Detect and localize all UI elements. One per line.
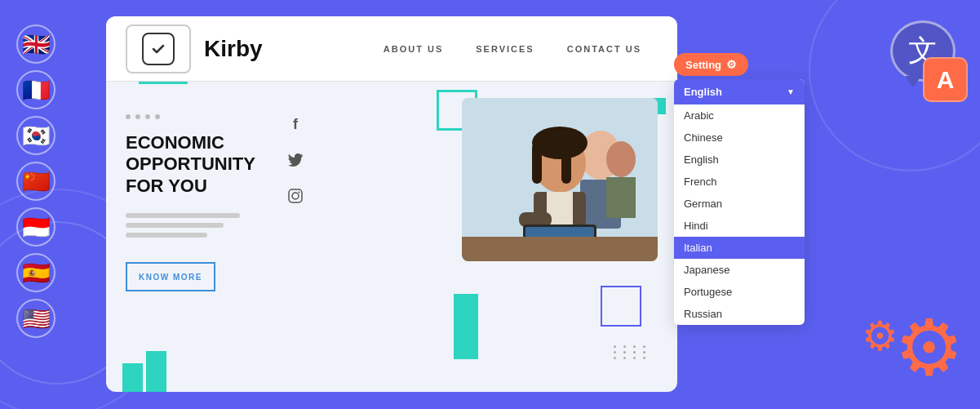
big-gear-icon: ⚙ xyxy=(894,303,964,393)
language-dropdown[interactable]: English ▼ Arabic Chinese English French … xyxy=(674,79,805,325)
twitter-icon[interactable] xyxy=(286,150,305,170)
setting-button[interactable]: Setting ⚙ xyxy=(674,53,748,76)
flag-china[interactable]: 🇨🇳 xyxy=(16,162,55,201)
flag-france[interactable]: 🇫🇷 xyxy=(16,70,55,109)
dot-1 xyxy=(126,114,131,119)
logo-icon xyxy=(142,33,175,65)
svg-point-15 xyxy=(606,141,636,177)
setting-dropdown[interactable]: Setting ⚙ English ▼ Arabic Chinese Engli… xyxy=(674,53,805,325)
selected-language[interactable]: English ▼ xyxy=(674,79,805,104)
svg-point-1 xyxy=(292,193,299,199)
svg-point-2 xyxy=(299,192,300,193)
gears-container: ⚙ xyxy=(894,303,964,393)
dot-4 xyxy=(155,114,160,119)
small-gear-icon: ⚙ xyxy=(862,313,898,360)
svg-rect-0 xyxy=(289,189,302,202)
lang-hindi[interactable]: Hindi xyxy=(674,215,805,237)
dot-3 xyxy=(145,114,150,119)
website-mockup: Kirby About Us Services Contact Us ECONO… xyxy=(106,16,677,392)
deco-bars xyxy=(106,351,677,392)
teal-line-top xyxy=(139,82,188,84)
setting-gear-icon: ⚙ xyxy=(726,58,737,71)
text-line-2 xyxy=(126,223,224,228)
selected-language-label: English xyxy=(684,86,722,98)
bubble-tail xyxy=(905,76,921,87)
lang-russian[interactable]: Russian xyxy=(674,303,805,325)
text-line-1 xyxy=(126,213,240,218)
lang-italian[interactable]: Italian xyxy=(674,237,805,259)
lang-french[interactable]: French xyxy=(674,171,805,193)
svg-rect-8 xyxy=(532,143,542,184)
flags-column: 🇬🇧 🇫🇷 🇰🇷 🇨🇳 🇮🇩 🇪🇸 🇺🇸 xyxy=(16,24,55,338)
lang-portugese[interactable]: Portugese xyxy=(674,281,805,303)
flag-indonesia[interactable]: 🇮🇩 xyxy=(16,207,55,247)
svg-rect-17 xyxy=(462,237,658,261)
mockup-header: Kirby About Us Services Contact Us xyxy=(106,16,677,82)
letter-a-bubble: A xyxy=(923,57,968,102)
hero-image xyxy=(462,98,658,261)
lang-arabic[interactable]: Arabic xyxy=(674,104,805,127)
setting-label: Setting xyxy=(685,59,721,71)
nav-contact[interactable]: Contact Us xyxy=(567,44,641,54)
logo-text: Kirby xyxy=(204,36,263,62)
flag-usa[interactable]: 🇺🇸 xyxy=(16,299,55,338)
text-line-3 xyxy=(126,233,207,238)
text-lines xyxy=(126,213,446,238)
facebook-icon[interactable]: f xyxy=(286,114,305,134)
nav-services[interactable]: Services xyxy=(476,44,534,54)
dropdown-arrow-icon: ▼ xyxy=(787,87,795,96)
mockup-nav: About Us Services Contact Us xyxy=(384,44,641,54)
flag-spain[interactable]: 🇪🇸 xyxy=(16,253,55,292)
dot-2 xyxy=(135,114,140,119)
mockup-content: ECONOMIC OPPORTUNITY FOR YOU KNOW MORE f xyxy=(106,82,677,392)
flag-uk[interactable]: 🇬🇧 xyxy=(16,24,55,64)
bar-1 xyxy=(122,363,143,392)
social-icons: f xyxy=(286,114,305,206)
translate-icon-container: 文 A xyxy=(890,20,956,82)
lang-english[interactable]: English xyxy=(674,149,805,171)
logo-box xyxy=(126,24,191,73)
instagram-icon[interactable] xyxy=(286,186,305,206)
lang-chinese[interactable]: Chinese xyxy=(674,127,805,149)
blue-border-rect xyxy=(601,286,641,327)
bar-2 xyxy=(146,351,166,392)
svg-rect-16 xyxy=(606,177,636,218)
flag-korea[interactable]: 🇰🇷 xyxy=(16,116,55,155)
know-more-button[interactable]: KNOW MORE xyxy=(126,262,215,291)
mockup-image-container xyxy=(462,98,658,376)
hero-image-people xyxy=(462,98,658,261)
lang-japanese[interactable]: Japanese xyxy=(674,259,805,281)
teal-vertical-bar xyxy=(454,294,478,359)
svg-rect-9 xyxy=(561,143,571,184)
nav-about[interactable]: About Us xyxy=(384,44,443,54)
small-gear-container: ⚙ xyxy=(862,313,898,360)
lang-german[interactable]: German xyxy=(674,193,805,215)
letter-a-icon: A xyxy=(937,66,955,94)
